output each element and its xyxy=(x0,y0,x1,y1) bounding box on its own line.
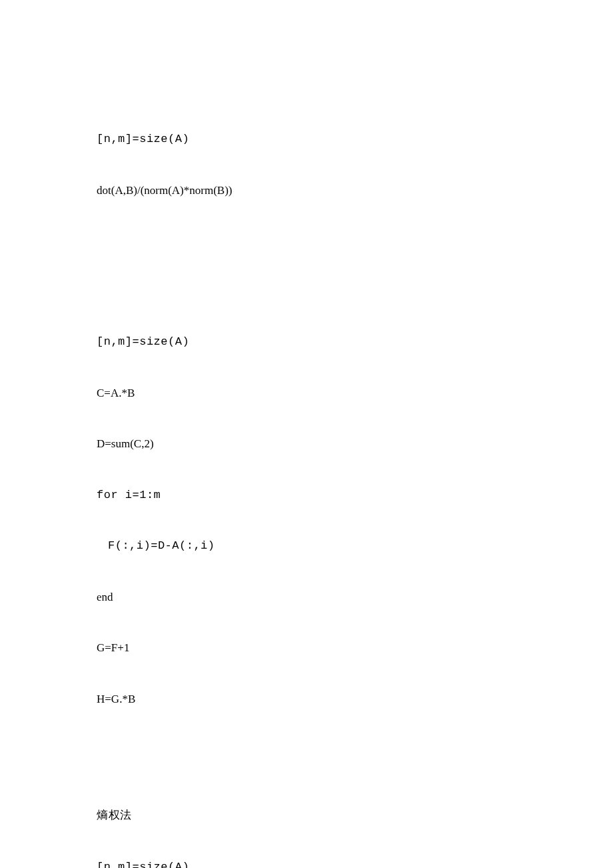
code-line: end xyxy=(97,589,523,606)
document-page: [n,m]=size(A) dot(A,B)/(norm(A)*norm(B))… xyxy=(0,0,523,868)
code-line: C=A.*B xyxy=(97,385,523,402)
code-line: for i=1:m xyxy=(97,487,523,504)
code-line: [n,m]=size(A) xyxy=(97,333,523,351)
code-block-2: [n,m]=size(A) C=A.*B D=sum(C,2) for i=1:… xyxy=(97,299,523,741)
code-line: F(:,i)=D-A(:,i) xyxy=(97,537,523,555)
section-title: 熵权法 xyxy=(97,807,523,825)
code-line: [n,m]=size(A) xyxy=(97,131,523,148)
code-block-1: [n,m]=size(A) dot(A,B)/(norm(A)*norm(B)) xyxy=(97,97,523,233)
code-line: D=sum(C,2) xyxy=(97,435,523,453)
code-line: H=G.*B xyxy=(97,691,523,708)
blank-gap xyxy=(97,741,523,773)
code-line: G=F+1 xyxy=(97,639,523,657)
code-line: dot(A,B)/(norm(A)*norm(B)) xyxy=(97,182,523,199)
blank-gap xyxy=(97,233,523,299)
code-block-3: 熵权法 [n,m]=size(A) for i=1:m A(:,i)=A(:,i… xyxy=(97,773,523,868)
code-line: [n,m]=size(A) xyxy=(97,859,523,869)
